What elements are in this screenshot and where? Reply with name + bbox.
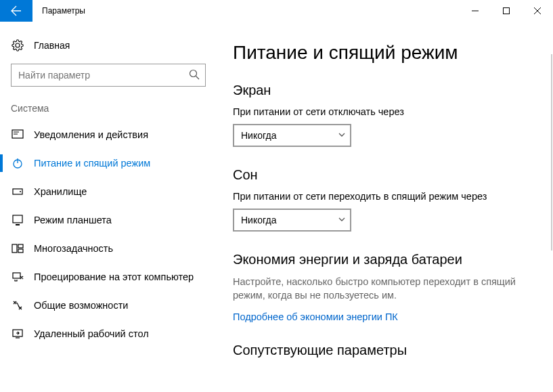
nav-label: Режим планшета [34,215,112,225]
dropdown-value: Никогда [241,130,276,141]
gear-icon [11,39,24,51]
sleep-label: При питании от сети переходить в спящий … [233,191,537,202]
section-label: Система [0,103,217,121]
battery-learn-more-link[interactable]: Подробнее об экономии энергии ПК [233,311,537,322]
multitasking-icon [11,242,24,255]
arrow-left-icon [11,5,22,16]
close-icon [534,7,541,14]
sleep-dropdown[interactable]: Никогда [233,209,351,232]
page-title: Питание и спящий режим [233,42,537,64]
sleep-heading: Сон [233,167,537,183]
screen-off-dropdown[interactable]: Никогда [233,124,351,147]
nav-label: Удаленный рабочий стол [34,328,149,339]
related-heading: Сопутствующие параметры [233,343,537,358]
home-label: Главная [34,40,70,51]
window-title: Параметры [32,6,460,16]
screen-heading: Экран [233,83,537,98]
titlebar: Параметры [0,0,553,22]
storage-icon [11,186,24,198]
battery-heading: Экономия энергии и заряда батареи [233,252,537,267]
nav-label: Питание и спящий режим [34,158,150,169]
sidebar-item-multitasking[interactable]: Многозадачность [0,234,217,263]
sidebar-item-remote[interactable]: Удаленный рабочий стол [0,320,217,348]
shared-icon [11,299,24,311]
nav-label: Многозадачность [34,243,113,254]
notification-icon [11,129,24,141]
nav-label: Хранилище [34,186,87,197]
maximize-button[interactable] [491,0,522,22]
power-icon [11,157,24,169]
svg-rect-0 [504,8,510,14]
back-button[interactable] [0,0,32,22]
svg-rect-7 [16,224,20,225]
sidebar: Главная Система Уведомления и действия П… [0,22,217,392]
svg-rect-11 [13,273,20,278]
minimize-button[interactable] [460,0,491,22]
dropdown-value: Никогда [241,215,276,225]
svg-rect-10 [18,249,23,253]
sidebar-item-storage[interactable]: Хранилище [0,177,217,206]
svg-point-5 [20,191,21,192]
sidebar-item-shared[interactable]: Общие возможности [0,291,217,320]
content-area: Главная Система Уведомления и действия П… [0,22,553,392]
minimize-icon [472,7,479,14]
tablet-icon [11,214,24,226]
battery-info-text: Настройте, насколько быстро компьютер пе… [233,276,524,302]
main-panel: Питание и спящий режим Экран При питании… [217,22,553,392]
nav-label: Уведомления и действия [34,129,148,140]
svg-point-1 [190,70,197,77]
nav-label: Общие возможности [34,300,128,311]
sidebar-item-notifications[interactable]: Уведомления и действия [0,121,217,149]
close-button[interactable] [522,0,553,22]
svg-rect-8 [12,244,17,253]
sidebar-item-power[interactable]: Питание и спящий режим [0,149,217,177]
nav-label: Проецирование на этот компьютер [34,271,194,282]
svg-rect-9 [18,244,23,248]
window-controls [460,0,553,22]
maximize-icon [503,7,510,14]
scrollbar[interactable] [551,54,552,251]
sidebar-item-projecting[interactable]: Проецирование на этот компьютер [0,263,217,291]
search-input[interactable] [18,70,189,81]
chevron-down-icon [338,130,346,141]
search-icon [189,69,200,82]
svg-rect-6 [13,215,22,223]
home-button[interactable]: Главная [0,34,217,60]
sidebar-item-tablet[interactable]: Режим планшета [0,206,217,234]
remote-icon [11,328,24,340]
chevron-down-icon [338,215,346,225]
projecting-icon [11,271,24,283]
search-box[interactable] [11,64,206,87]
screen-off-label: При питании от сети отключать через [233,106,537,117]
